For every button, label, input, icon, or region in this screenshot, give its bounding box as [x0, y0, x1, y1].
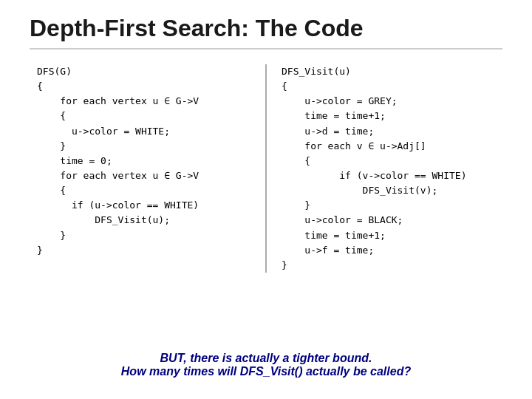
- slide: Depth-First Search: The Code DFS(G) { fo…: [0, 0, 532, 399]
- slide-title: Depth-First Search: The Code: [30, 15, 502, 50]
- left-code-text: DFS(G) { for each vertex u ∈ G->V { u->c…: [37, 64, 250, 258]
- footer: BUT, there is actually a tighter bound. …: [0, 352, 532, 378]
- right-code-text: DFS_Visit(u) { u->color = GREY; time = t…: [282, 64, 495, 273]
- code-area: DFS(G) { for each vertex u ∈ G->V { u->c…: [30, 64, 502, 273]
- code-divider: [265, 64, 267, 273]
- footer-line1: BUT, there is actually a tighter bound.: [0, 352, 532, 365]
- footer-line2: How many times will DFS_Visit() actually…: [0, 365, 532, 378]
- right-code-block: DFS_Visit(u) { u->color = GREY; time = t…: [274, 64, 502, 273]
- left-code-block: DFS(G) { for each vertex u ∈ G->V { u->c…: [30, 64, 258, 273]
